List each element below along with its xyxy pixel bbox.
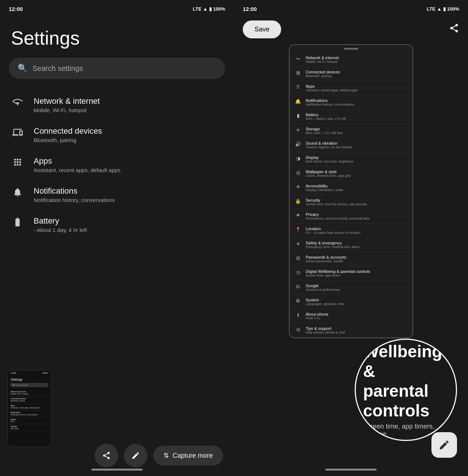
left-status-bar: 12:00 LTE ▲ ▮ 100% — [0, 0, 234, 16]
battery-text: Battery - About 1 day, 4 hr left — [34, 216, 222, 233]
page-title: Settings — [0, 16, 234, 58]
settings-item-notifications[interactable]: Notifications Notification history, conv… — [6, 180, 228, 210]
right-status-bar: 12:00 LTE ▲ ▮ 100% — [234, 0, 468, 16]
search-bar[interactable]: 🔍 Search settings — [9, 58, 225, 79]
small-item-passwords[interactable]: ⊟ Passwords & accounts Saved passwords, … — [290, 252, 412, 266]
search-placeholder: Search settings — [33, 64, 83, 73]
small-tips-text: Tips & support Help articles, phone & ch… — [306, 326, 345, 334]
small-google-text: Google Services & preferences — [306, 283, 340, 292]
small-network-sub: Mobile, Wi-Fi, hotspot — [306, 60, 339, 64]
thumbnail-storage: Storage 99% used — [8, 424, 51, 431]
battery-subtitle: - About 1 day, 4 hr left — [34, 227, 222, 233]
capture-icon: ⇅ — [163, 452, 169, 460]
small-wellbeing-icon: ◷ — [295, 270, 301, 275]
right-top-bar: Save — [234, 16, 468, 44]
small-item-network[interactable]: 〜 Network & internet Mobile, Wi-Fi, hots… — [290, 53, 412, 67]
small-accessibility-title: Accessibility — [306, 184, 343, 188]
small-item-accessibility[interactable]: ✛ Accessibility Display, interaction, au… — [290, 181, 412, 195]
small-item-about[interactable]: ℹ About phone Pixel 3 XL — [290, 309, 412, 323]
small-item-display[interactable]: ◑ Display Dark theme, font size, brightn… — [290, 152, 412, 167]
small-network-title: Network & internet — [306, 56, 339, 60]
small-apps-text: Apps Assistant, recent apps, default app… — [306, 84, 358, 92]
small-wifi-icon: 〜 — [295, 56, 301, 62]
right-bottom-nav — [234, 463, 468, 476]
small-tips-sub: Help articles, phone & chat — [306, 331, 345, 334]
left-panel: 12:00 LTE ▲ ▮ 100% Settings 🔍 Search set… — [0, 0, 234, 476]
right-panel: 12:00 LTE ▲ ▮ 100% Save 〜 Network & inte… — [234, 0, 468, 476]
small-system-title: System — [306, 298, 344, 302]
notifications-icon — [12, 187, 23, 200]
settings-item-connected[interactable]: Connected devices Bluetooth, pairing — [6, 120, 228, 150]
small-tips-title: Tips & support — [306, 326, 345, 331]
small-item-safety[interactable]: ✳ Safety & emergency Emergency SOS, medi… — [290, 238, 412, 252]
small-notifications-text: Notifications Notification history, conv… — [306, 98, 354, 106]
small-item-privacy[interactable]: 👁 Privacy Permissions, account activity,… — [290, 209, 412, 224]
devices-icon — [12, 127, 23, 140]
small-item-tips[interactable]: ◎ Tips & support Help articles, phone & … — [290, 323, 412, 338]
small-item-wallpaper[interactable]: ◎ Wallpaper & style Colors, themed icons… — [290, 167, 412, 181]
small-sound-title: Sound & vibration — [306, 141, 352, 145]
small-item-security[interactable]: 🔒 Security Screen lock, Find My Device, … — [290, 195, 412, 209]
share-icon[interactable] — [449, 23, 459, 36]
share-button[interactable] — [95, 444, 118, 467]
small-item-battery[interactable]: ▮ Battery 84% – About 1 day, 4 hr left — [290, 110, 412, 124]
small-item-apps[interactable]: ⠿ Apps Assistant, recent apps, default a… — [290, 81, 412, 95]
fab-edit-button[interactable] — [431, 432, 457, 458]
save-button[interactable]: Save — [243, 20, 281, 38]
right-nav-indicator — [325, 469, 377, 471]
small-privacy-sub: Permissions, account activity, personal … — [306, 217, 369, 220]
small-item-google[interactable]: G Google Services & preferences — [290, 281, 412, 295]
small-safety-text: Safety & emergency Emergency SOS, medica… — [306, 241, 359, 249]
small-location-sub: On – 19 apps have access to location — [306, 231, 361, 235]
lte-label: LTE — [193, 6, 201, 12]
small-item-location[interactable]: 📍 Location On – 19 apps have access to l… — [290, 224, 412, 238]
small-wellbeing-text: Digital Wellbeing & parental controls Sc… — [306, 269, 370, 277]
small-about-text: About phone Pixel 3 XL — [306, 312, 328, 320]
small-tips-icon: ◎ — [295, 327, 301, 332]
small-item-connected[interactable]: ⊞ Connected devices Bluetooth, pairing — [290, 67, 412, 81]
small-accessibility-icon: ✛ — [295, 184, 301, 190]
settings-item-battery[interactable]: Battery - About 1 day, 4 hr left — [6, 210, 228, 240]
signal-icon: ▲ — [203, 6, 208, 12]
small-google-title: Google — [306, 283, 340, 288]
small-wallpaper-icon: ◎ — [295, 170, 301, 175]
scroll-card: 〜 Network & internet Mobile, Wi-Fi, hots… — [289, 44, 413, 338]
small-sound-text: Sound & vibration Volume, haptics, Do No… — [306, 141, 352, 149]
right-settings-scroll: 〜 Network & internet Mobile, Wi-Fi, hots… — [234, 44, 468, 463]
connected-text: Connected devices Bluetooth, pairing — [34, 126, 222, 143]
small-item-wellbeing[interactable]: ◷ Digital Wellbeing & parental controls … — [290, 266, 412, 281]
small-security-text: Security Screen lock, Find My Device, ap… — [306, 198, 367, 206]
small-connected-title: Connected devices — [306, 70, 340, 74]
edit-button[interactable] — [124, 444, 147, 467]
small-battery-title: Battery — [306, 113, 346, 117]
small-about-title: About phone — [306, 312, 328, 316]
small-security-icon: 🔒 — [295, 198, 301, 204]
bottom-thumbnail: 12:00100% Settings 🔍 Search settings Net… — [7, 370, 51, 447]
small-sound-icon: 🔊 — [295, 141, 301, 147]
small-passwords-title: Passwords & accounts — [306, 255, 346, 259]
capture-more-button[interactable]: ⇅ Capture more — [153, 446, 223, 465]
small-battery-sub: 84% – About 1 day, 4 hr left — [306, 117, 346, 121]
small-item-storage[interactable]: ≡ Storage 99% used – 7.21 GB free — [290, 124, 412, 138]
settings-item-apps[interactable]: Apps Assistant, recent apps, default app… — [6, 150, 228, 180]
notifications-text: Notifications Notification history, conv… — [34, 186, 222, 203]
settings-item-network[interactable]: Network & internet Mobile, Wi-Fi, hotspo… — [6, 90, 228, 120]
small-security-sub: Screen lock, Find My Device, app securit… — [306, 202, 367, 206]
small-battery-icon: ▮ — [295, 113, 301, 118]
right-status-icons: LTE ▲ ▮ 100% — [427, 6, 459, 12]
wifi-icon — [12, 97, 23, 110]
small-connected-text: Connected devices Bluetooth, pairing — [306, 70, 340, 78]
small-item-sound[interactable]: 🔊 Sound & vibration Volume, haptics, Do … — [290, 138, 412, 152]
small-item-notifications[interactable]: 🔔 Notifications Notification history, co… — [290, 95, 412, 110]
battery-title: Battery — [34, 216, 222, 226]
small-notifications-title: Notifications — [306, 98, 354, 103]
apps-subtitle: Assistant, recent apps, default apps — [34, 167, 222, 173]
small-sound-sub: Volume, haptics, Do Not Disturb — [306, 145, 352, 149]
left-time: 12:00 — [9, 6, 23, 12]
network-title: Network & internet — [34, 96, 222, 106]
small-item-system[interactable]: ⚙ System Languages, gestures, time — [290, 295, 412, 309]
small-security-title: Security — [306, 198, 367, 202]
right-battery-pct: 100% — [447, 6, 459, 12]
small-display-title: Display — [306, 155, 354, 160]
notifications-subtitle: Notification history, conversations — [34, 197, 222, 203]
